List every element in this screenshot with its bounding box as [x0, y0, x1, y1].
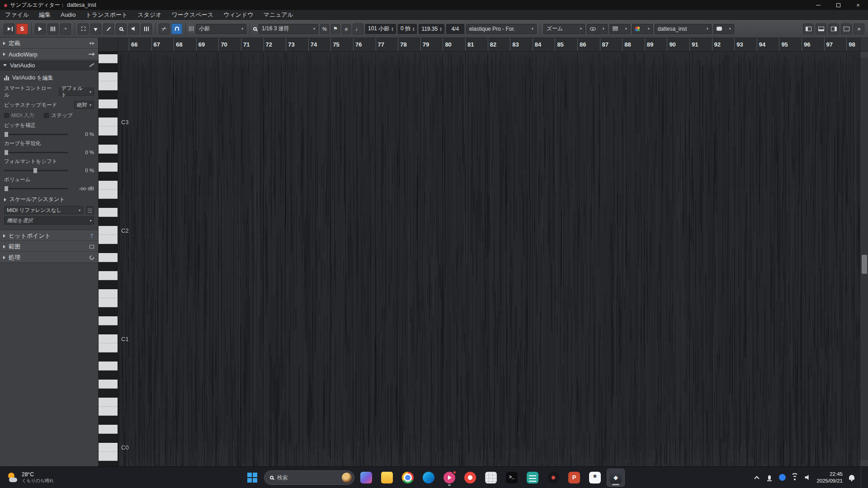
clip-select-dropdown[interactable]: dattesa_inst ▾ — [655, 24, 712, 34]
piano-key[interactable] — [99, 217, 118, 226]
midi-reference-dropdown[interactable]: MIDI リファレンスなし ▾ — [4, 206, 83, 214]
taskbar-app-cubase[interactable]: ◆ — [607, 469, 625, 487]
piano-key[interactable] — [99, 452, 118, 461]
time-signature-field[interactable]: 4/4 — [446, 24, 464, 34]
tray-overflow-button[interactable] — [753, 474, 760, 481]
audition-play-button[interactable] — [35, 23, 46, 34]
snap-zero-crossing-button[interactable] — [159, 23, 170, 34]
piano-key[interactable] — [99, 181, 118, 190]
flatten-curve-slider[interactable] — [4, 152, 68, 153]
scrollbar-top-cap[interactable] — [860, 52, 868, 58]
spinner-arrows-icon[interactable]: ▴▾ — [392, 27, 393, 31]
smart-controls-dropdown[interactable]: デフォルト ▾ — [59, 88, 94, 96]
slider-knob[interactable] — [5, 150, 8, 155]
object-selection-tool[interactable] — [90, 23, 101, 34]
right-zone-toggle[interactable] — [828, 23, 839, 34]
snap-on-off-button[interactable] — [171, 23, 182, 34]
piano-key[interactable] — [99, 154, 118, 163]
range-selection-tool[interactable] — [78, 23, 89, 34]
piano-key[interactable] — [99, 316, 118, 325]
piano-key[interactable] — [99, 244, 118, 253]
menu-item-5[interactable]: ワークスペース — [167, 10, 219, 19]
piano-key[interactable] — [99, 253, 118, 262]
midi-input-checkbox[interactable]: MIDI 入力 — [4, 112, 34, 119]
formant-shift-slider[interactable] — [4, 170, 68, 171]
piano-key[interactable] — [99, 72, 118, 81]
piano-key[interactable] — [99, 307, 118, 316]
show-desktop-button[interactable] — [861, 467, 863, 488]
slider-knob[interactable] — [5, 186, 8, 191]
autoscroll-button[interactable] — [4, 23, 14, 34]
timeline-ruler[interactable]: 6667686970717273747576777879808182838485… — [118, 38, 860, 51]
quantize-preset-dropdown[interactable]: 1/16 3 連符 ▾ — [259, 24, 318, 34]
slider-knob[interactable] — [33, 168, 37, 173]
menu-item-3[interactable]: トランスポート — [80, 10, 132, 19]
piano-key[interactable] — [99, 425, 118, 434]
menu-item-7[interactable]: マニュアル — [259, 10, 299, 19]
piano-key[interactable] — [99, 325, 118, 334]
section-process[interactable]: 処理 — [0, 252, 98, 263]
taskbar-search[interactable] — [264, 470, 354, 485]
piano-key[interactable] — [99, 380, 118, 389]
musical-mode-button[interactable]: ♩ — [353, 23, 363, 34]
search-input[interactable] — [277, 474, 338, 481]
audition-volume-dropdown[interactable]: ▾ — [60, 23, 71, 34]
piano-key[interactable] — [99, 398, 118, 407]
lower-zone-toggle[interactable] — [816, 23, 826, 34]
taskbar-app-red-app[interactable] — [461, 469, 479, 487]
section-audiowarp[interactable]: AudioWarp — [0, 49, 98, 60]
menu-item-1[interactable]: 編集 — [34, 10, 56, 19]
waveform-canvas[interactable] — [118, 52, 860, 466]
start-button[interactable] — [243, 469, 261, 487]
piano-key[interactable] — [99, 63, 118, 72]
piano-key[interactable] — [99, 262, 118, 271]
taskbar-clock[interactable]: 22:45 2025/09/21 — [816, 471, 843, 484]
app-tray-icon[interactable] — [778, 474, 786, 481]
pitch-snap-dropdown[interactable]: 絶対 ▾ — [74, 101, 94, 109]
piano-key[interactable] — [99, 407, 118, 416]
piano-key[interactable] — [99, 343, 118, 352]
minimize-button[interactable] — [808, 0, 828, 10]
length-bars-field[interactable]: 101 小節 ▴▾ — [365, 24, 396, 34]
select-function-dropdown[interactable]: 機能を選択 ▾ — [4, 216, 94, 225]
section-variaudio[interactable]: VariAudio — [0, 60, 98, 70]
length-beats-field[interactable]: 0 拍 ▴▾ — [398, 24, 417, 34]
swing-quantize-button[interactable]: % — [320, 24, 329, 34]
toolbar-overflow-button[interactable]: » — [854, 23, 864, 34]
play-tool[interactable] — [128, 23, 139, 34]
setup-window-layout-button[interactable] — [841, 23, 852, 34]
piano-key[interactable] — [99, 117, 118, 127]
piano-key[interactable] — [99, 416, 118, 425]
taskbar-app-powerpoint[interactable]: P — [565, 469, 583, 487]
piano-key[interactable] — [99, 172, 118, 181]
taskbar-app-calculator[interactable] — [482, 469, 500, 487]
taskbar-app-edge[interactable] — [420, 469, 438, 487]
taskbar-app-photos[interactable] — [357, 469, 375, 487]
section-range[interactable]: 範囲 — [0, 241, 98, 252]
waveform-display[interactable]: C3C2C1C0 — [118, 52, 860, 466]
microphone-tray-icon[interactable] — [766, 474, 773, 481]
iterative-quantize-button[interactable]: ⚑ — [331, 24, 340, 34]
network-tray-icon[interactable] — [791, 474, 798, 481]
spinner-arrows-icon[interactable]: ▴▾ — [440, 27, 442, 31]
quantize-panel-button[interactable]: e — [342, 24, 351, 34]
menu-item-4[interactable]: スタジオ — [132, 10, 166, 19]
vertical-scrollbar[interactable] — [860, 52, 868, 466]
edit-variaudio-button[interactable]: VariAudio を編集 — [4, 73, 94, 83]
weather-widget[interactable]: 28°C くもりのち晴れ — [5, 467, 57, 488]
piano-key[interactable] — [99, 54, 118, 63]
tempo-field[interactable]: 119.35 ▴▾ — [419, 24, 444, 34]
taskbar-app-audio-app[interactable] — [544, 469, 562, 487]
section-hitpoints[interactable]: ヒットポイント T — [0, 230, 98, 241]
taskbar-app-file-explorer[interactable] — [378, 469, 396, 487]
spinner-arrows-icon[interactable]: ▴▾ — [413, 27, 415, 31]
piano-key[interactable] — [99, 371, 118, 380]
piano-key[interactable] — [99, 108, 118, 117]
volume-slider[interactable] — [4, 188, 68, 189]
slider-knob[interactable] — [5, 132, 8, 137]
piano-key[interactable] — [99, 334, 118, 343]
piano-key[interactable] — [99, 199, 118, 208]
taskbar-app-terminal[interactable]: >_ — [503, 469, 521, 487]
section-definition[interactable]: 定義 — [0, 38, 98, 49]
maximize-button[interactable] — [828, 0, 848, 10]
